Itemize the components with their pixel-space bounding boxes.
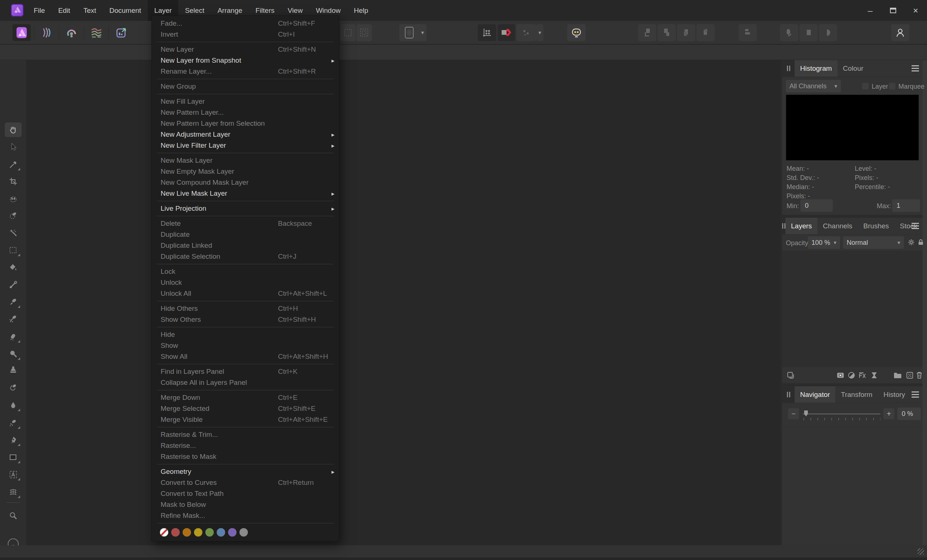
menu-separator[interactable] (152, 40, 339, 44)
develop-persona-button[interactable] (62, 24, 81, 41)
minimize-button[interactable]: – (859, 0, 881, 21)
smudge-tool[interactable] (5, 416, 22, 430)
colour-replacement-brush-tool[interactable] (5, 311, 22, 326)
tone-mapping-persona-button[interactable] (87, 24, 106, 41)
align-button[interactable] (780, 24, 798, 41)
tab-layers[interactable]: Layers (786, 218, 818, 234)
zoom-slider-thumb[interactable] (804, 410, 808, 416)
force-pixel-alignment-button[interactable] (498, 24, 515, 41)
max-input[interactable]: 1 (892, 199, 920, 212)
colour-picker-tool[interactable] (5, 157, 22, 172)
text-tool[interactable] (5, 467, 22, 482)
menu-edit[interactable]: Edit (52, 0, 77, 21)
menu-item-new-mask-layer[interactable]: New Mask Layer (152, 155, 339, 166)
tab-colour[interactable]: Colour (837, 60, 869, 77)
menu-item-hide[interactable]: Hide (152, 329, 339, 340)
mask-layer-icon[interactable] (835, 370, 846, 381)
blend-mode-dropdown[interactable]: Normal ▾ (843, 237, 904, 249)
menu-item-new-group[interactable]: New Group (152, 81, 339, 92)
opacity-dropdown[interactable]: 100 % ▾ (808, 237, 840, 249)
menu-item-new-empty-mask-layer[interactable]: New Empty Mask Layer (152, 166, 339, 177)
tab-navigator[interactable]: Navigator (795, 386, 835, 403)
window-resize-grip[interactable] (918, 548, 924, 555)
move-to-back-button[interactable] (696, 24, 715, 41)
maximize-button[interactable] (881, 0, 904, 21)
distribute-button[interactable] (799, 24, 818, 41)
group-layers-icon[interactable] (892, 370, 903, 381)
edit-all-layers-button[interactable] (739, 24, 757, 41)
menu-separator[interactable] (152, 425, 339, 429)
zoom-in-button[interactable]: + (883, 408, 894, 419)
adjustment-layer-icon[interactable] (846, 370, 857, 381)
menu-item-hide-others[interactable]: Hide Others Ctrl+H (152, 303, 339, 314)
menu-separator[interactable] (152, 299, 339, 303)
tag-none[interactable] (160, 528, 168, 537)
menu-item-rename-layer[interactable]: Rename Layer... Ctrl+Shift+R (152, 66, 339, 77)
move-backward-button[interactable] (677, 24, 695, 41)
menu-document[interactable]: Document (103, 0, 148, 21)
tag-purple[interactable] (228, 528, 237, 537)
menu-item-new-live-mask-layer[interactable]: New Live Mask Layer ▸ (152, 188, 339, 199)
duplicate-layer-icon[interactable] (785, 370, 796, 381)
menu-separator[interactable] (152, 92, 339, 96)
menu-separator[interactable] (152, 521, 339, 525)
tag-yellow[interactable] (194, 528, 202, 537)
menu-separator[interactable] (152, 214, 339, 218)
menu-item-rasterise[interactable]: Rasterise... (152, 440, 339, 451)
clone-stamp-tool[interactable] (5, 363, 22, 377)
menu-item-merge-selected[interactable]: Merge Selected Ctrl+Shift+E (152, 403, 339, 414)
menu-item-lock[interactable]: Lock (152, 266, 339, 277)
move-by-whole-pixels-button[interactable] (516, 24, 536, 41)
menu-item-fade[interactable]: Fade... Ctrl+Shift+F (152, 18, 339, 29)
tag-grey[interactable] (239, 528, 248, 537)
liquify-persona-button[interactable] (37, 24, 56, 41)
zoom-slider-track[interactable] (803, 413, 880, 414)
menu-file[interactable]: File (27, 0, 52, 21)
undo-brush-tool[interactable] (5, 381, 22, 395)
assistant-button[interactable] (567, 24, 586, 41)
menu-separator[interactable] (152, 362, 339, 366)
menu-item-collapse-all-in-layers-panel[interactable]: Collapse All in Layers Panel (152, 377, 339, 388)
lock-icon[interactable] (916, 237, 925, 247)
move-tool[interactable] (5, 140, 22, 154)
zoom-tool[interactable] (5, 509, 22, 524)
menu-separator[interactable] (152, 262, 339, 266)
menu-item-duplicate[interactable]: Duplicate (152, 229, 339, 240)
flood-fill-tool[interactable] (5, 260, 22, 275)
dock-resize-gutter[interactable] (922, 60, 927, 545)
menu-item-duplicate-linked[interactable]: Duplicate Linked (152, 240, 339, 251)
menu-item-invert[interactable]: Invert Ctrl+I (152, 29, 339, 40)
tag-red[interactable] (171, 528, 180, 537)
menu-item-geometry[interactable]: Geometry ▸ (152, 466, 339, 477)
paint-brush-tool[interactable] (5, 294, 22, 309)
min-input[interactable]: 0 (801, 199, 833, 212)
menu-item-rasterise-to-mask[interactable]: Rasterise to Mask (152, 451, 339, 462)
panel-menu-icon[interactable] (912, 392, 919, 398)
menu-item-new-pattern-layer[interactable]: New Pattern Layer... (152, 107, 339, 118)
erase-brush-tool[interactable] (5, 329, 22, 344)
snapping-toggle-button[interactable] (478, 24, 496, 41)
mesh-warp-tool[interactable] (5, 485, 22, 499)
menu-item-new-pattern-layer-from-selection[interactable]: New Pattern Layer from Selection (152, 118, 339, 129)
menu-item-delete[interactable]: Delete Backspace (152, 218, 339, 229)
menu-separator[interactable] (152, 151, 339, 155)
layer-checkbox[interactable] (862, 83, 869, 90)
view-tool[interactable] (5, 122, 22, 137)
menu-item-unlock-all[interactable]: Unlock All Ctrl+Alt+Shift+L (152, 288, 339, 299)
gear-icon[interactable] (906, 237, 916, 247)
tag-blue[interactable] (217, 528, 225, 537)
menu-item-mask-to-below[interactable]: Mask to Below (152, 499, 339, 510)
panel-menu-icon[interactable] (912, 223, 919, 229)
snapping-options-dropdown[interactable]: ▾ (536, 24, 543, 41)
menu-item-new-layer-from-snapshot[interactable]: New Layer from Snapshot ▸ (152, 55, 339, 66)
panel-drag-handle[interactable] (782, 60, 795, 77)
gradient-tool[interactable] (5, 278, 22, 292)
canvas-area[interactable] (0, 60, 780, 545)
menu-item-show[interactable]: Show (152, 340, 339, 351)
menu-item-refine-mask[interactable]: Refine Mask... (152, 510, 339, 521)
marquee-checkbox[interactable] (889, 83, 895, 90)
menu-separator[interactable] (152, 388, 339, 392)
menu-text[interactable]: Text (77, 0, 103, 21)
new-pixel-layer-icon[interactable] (904, 370, 915, 381)
tag-green[interactable] (205, 528, 214, 537)
